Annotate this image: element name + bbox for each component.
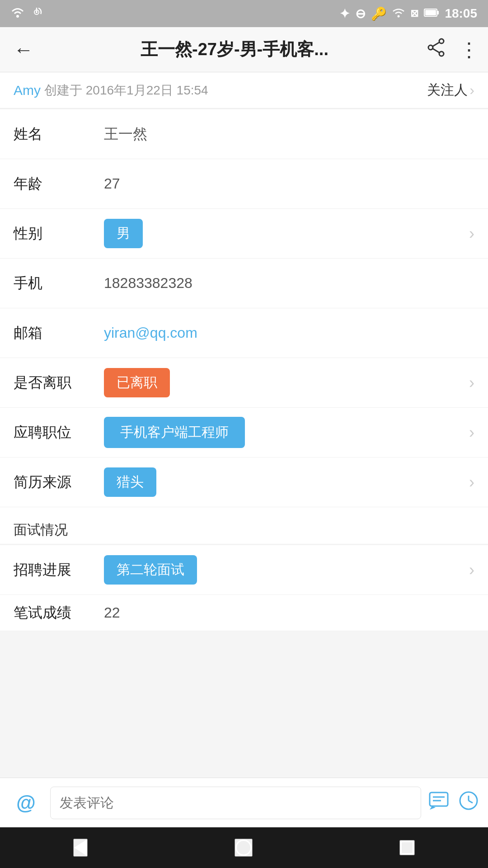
label-test-score: 笔试成绩 — [14, 603, 104, 623]
resigned-chevron: › — [469, 373, 474, 392]
label-email: 邮箱 — [14, 323, 104, 343]
value-email[interactable]: yiran@qq.com — [104, 325, 474, 341]
section-header-label: 面试情况 — [14, 522, 68, 537]
recent-square-icon — [400, 841, 414, 854]
chat-icon-button[interactable] — [428, 790, 449, 816]
home-nav-button[interactable] — [235, 839, 253, 857]
field-gender[interactable]: 性别 男 › — [0, 209, 488, 259]
svg-line-19 — [469, 801, 473, 803]
field-email: 邮箱 yiran@qq.com — [0, 308, 488, 358]
signal-icon — [30, 6, 43, 21]
value-gender-row: 男 — [104, 219, 469, 248]
battery-icon — [424, 6, 439, 21]
svg-rect-8 — [425, 10, 436, 15]
android-nav-bar — [0, 827, 488, 868]
follow-label: 关注人 — [427, 81, 468, 99]
label-gender: 性别 — [14, 224, 104, 244]
field-position[interactable]: 应聘职位 手机客户端工程师 › — [0, 408, 488, 458]
gender-chevron: › — [469, 224, 474, 243]
follow-section[interactable]: 关注人 › — [427, 81, 474, 99]
label-age: 年龄 — [14, 174, 104, 194]
svg-point-11 — [439, 52, 444, 56]
creator-bar: Amy 创建于 2016年1月22日 15:54 关注人 › — [0, 72, 488, 108]
share-button[interactable] — [427, 38, 446, 61]
created-at: 创建于 2016年1月22日 15:54 — [44, 82, 208, 99]
field-resigned[interactable]: 是否离职 已离职 › — [0, 358, 488, 408]
recruitment-tag[interactable]: 第二轮面试 — [104, 555, 197, 585]
info-section: 姓名 王一然 年龄 27 性别 男 › 手机 18283382328 邮箱 yi… — [0, 109, 488, 507]
status-right-icons: ✦ ⊖ 🔑 ⊠ 18:05 — [339, 6, 477, 21]
svg-point-5 — [398, 15, 400, 18]
back-button[interactable]: ← — [9, 34, 42, 66]
time-display: 18:05 — [445, 6, 477, 21]
label-resigned: 是否离职 — [14, 373, 104, 393]
svg-line-13 — [433, 48, 440, 52]
status-left-icons — [11, 6, 43, 21]
svg-rect-14 — [430, 793, 448, 806]
field-recruitment[interactable]: 招聘进展 第二轮面试 › — [0, 545, 488, 595]
resigned-tag[interactable]: 已离职 — [104, 368, 170, 397]
creator-name: Amy — [14, 83, 41, 98]
label-phone: 手机 — [14, 274, 104, 293]
label-position: 应聘职位 — [14, 423, 104, 443]
value-phone: 18283382328 — [104, 275, 474, 292]
value-resume-source-row: 猎头 — [104, 467, 469, 497]
resume-source-tag[interactable]: 猎头 — [104, 467, 156, 497]
wifi2-icon — [392, 6, 405, 21]
svg-rect-7 — [437, 11, 439, 14]
section-header-interview: 面试情况 — [0, 507, 488, 544]
svg-point-9 — [439, 39, 444, 43]
field-test-score-partial: 笔试成绩 22 — [0, 595, 488, 631]
back-nav-button[interactable] — [73, 839, 88, 857]
at-button[interactable]: @ — [9, 787, 43, 819]
key-icon: 🔑 — [371, 6, 387, 21]
field-phone: 手机 18283382328 — [0, 259, 488, 308]
value-recruitment-row: 第二轮面试 — [104, 555, 469, 585]
position-chevron: › — [469, 423, 474, 442]
position-tag[interactable]: 手机客户端工程师 — [104, 417, 245, 448]
label-resume-source: 简历来源 — [14, 472, 104, 492]
resume-source-chevron: › — [469, 473, 474, 492]
clock-icon-button[interactable] — [458, 790, 479, 816]
recruitment-chevron: › — [469, 561, 474, 580]
nav-actions: ⋮ — [427, 38, 479, 61]
gender-tag[interactable]: 男 — [104, 219, 143, 248]
bluetooth-icon: ✦ — [339, 6, 350, 21]
wifi-icon — [11, 6, 24, 21]
comment-icon-group — [428, 790, 479, 816]
page-title: 王一然-27岁-男-手机客... — [42, 38, 427, 61]
follow-chevron: › — [469, 82, 474, 99]
value-name: 王一然 — [104, 124, 474, 144]
label-name: 姓名 — [14, 124, 104, 144]
nosim-icon: ⊠ — [410, 8, 418, 19]
value-position-row: 手机客户端工程师 — [104, 417, 469, 448]
comment-bar: @ — [0, 778, 488, 827]
comment-input[interactable] — [50, 787, 421, 819]
minus-circle-icon: ⊖ — [355, 6, 366, 21]
field-name: 姓名 王一然 — [0, 109, 488, 159]
status-bar: ✦ ⊖ 🔑 ⊠ 18:05 — [0, 0, 488, 27]
value-resigned-row: 已离职 — [104, 368, 469, 397]
value-test-score: 22 — [104, 604, 474, 621]
svg-point-0 — [16, 15, 19, 18]
nav-bar: ← 王一然-27岁-男-手机客... ⋮ — [0, 27, 488, 72]
field-resume-source[interactable]: 简历来源 猎头 › — [0, 458, 488, 507]
recent-nav-button[interactable] — [399, 840, 415, 855]
home-circle-icon — [235, 840, 252, 856]
label-recruitment: 招聘进展 — [14, 560, 104, 580]
back-triangle-icon — [74, 840, 87, 856]
recruitment-section: 招聘进展 第二轮面试 › 笔试成绩 22 — [0, 545, 488, 631]
value-age: 27 — [104, 175, 474, 192]
field-age: 年龄 27 — [0, 159, 488, 209]
svg-point-10 — [428, 45, 433, 50]
more-button[interactable]: ⋮ — [459, 38, 479, 61]
svg-line-12 — [433, 42, 440, 46]
